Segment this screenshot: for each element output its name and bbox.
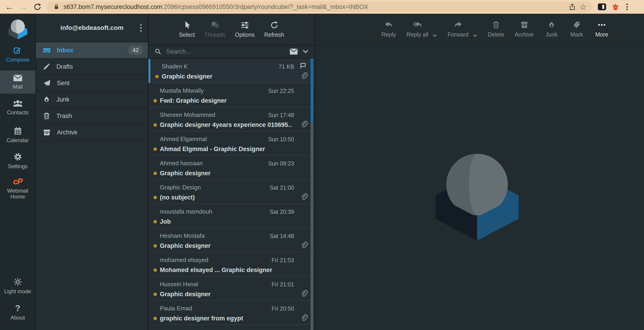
reply-button[interactable]: Reply bbox=[382, 20, 396, 38]
scrollbar-thumb[interactable] bbox=[310, 58, 313, 122]
forward-icon[interactable]: → bbox=[19, 2, 28, 11]
browser-chrome: ← → s637.bom7.mysecurecloudhost.com:2096… bbox=[0, 0, 644, 14]
account-email: info@ebdeasoft.com bbox=[60, 24, 123, 31]
search-scope-mail-icon[interactable] bbox=[290, 48, 298, 55]
folder-junk[interactable]: Junk bbox=[36, 91, 148, 108]
share-icon[interactable] bbox=[569, 3, 576, 10]
folder-trash[interactable]: Trash bbox=[36, 108, 148, 124]
address-bar[interactable]: s637.bom7.mysecurecloudhost.com:2096/cps… bbox=[47, 1, 592, 12]
scrollbar-track bbox=[310, 122, 313, 330]
sidebar-item-contacts[interactable]: Contacts bbox=[0, 99, 36, 115]
message-row[interactable]: Ahmed hassaan Sun 09:23 Graphic designer bbox=[148, 156, 315, 180]
button-label: Delete bbox=[488, 31, 504, 38]
folder-label: Sent bbox=[57, 80, 70, 87]
sidebar-item-label: Light mode bbox=[4, 289, 31, 294]
unread-dot bbox=[154, 317, 157, 320]
sidebar-item-webmail-home[interactable]: cP Webmail Home bbox=[0, 178, 36, 200]
message-subject: Ahmad Elgmmal - Graphic Designer bbox=[160, 146, 265, 153]
more-button[interactable]: More bbox=[594, 20, 609, 38]
message-row[interactable]: Hussein Hsnal Fri 21:01 Graphic designer bbox=[148, 277, 315, 301]
select-button[interactable]: Select bbox=[179, 20, 195, 38]
message-subject: Job bbox=[160, 218, 171, 225]
lock-icon bbox=[53, 3, 60, 10]
archive-button[interactable]: Archive bbox=[515, 20, 534, 38]
button-label: Forward bbox=[448, 31, 468, 38]
message-row[interactable]: Mustafa Mitwally Sun 22:25 Fwd: Graphic … bbox=[148, 83, 315, 107]
attachment-icon bbox=[300, 193, 308, 202]
sidebar-item-label: Calendar bbox=[6, 137, 29, 143]
message-row[interactable]: Shaden K 71 KB Graphic designer bbox=[148, 59, 315, 83]
mark-button[interactable]: Mark bbox=[569, 20, 584, 38]
message-row[interactable]: Paula Emad Fri 20:50 graphic designer fr… bbox=[148, 301, 315, 325]
folder-menu-icon[interactable] bbox=[139, 23, 142, 32]
extension-icon[interactable] bbox=[612, 3, 619, 11]
folder-drafts[interactable]: Drafts bbox=[36, 59, 148, 75]
message-row[interactable]: mohamed elsayed Fri 21:53 Mohamed elsaye… bbox=[148, 252, 315, 277]
bookmark-star-icon[interactable]: ☆ bbox=[580, 3, 586, 11]
message-sender: Hussein Hsnal bbox=[160, 281, 198, 288]
forward-button[interactable]: Forward bbox=[448, 20, 468, 38]
junk-button[interactable]: Junk bbox=[544, 20, 559, 38]
pencil-icon bbox=[43, 63, 50, 70]
threads-button[interactable]: Threads bbox=[204, 20, 226, 38]
message-subject: Graphic designer bbox=[162, 73, 212, 80]
folder-sent[interactable]: Sent bbox=[36, 75, 148, 91]
sidebar-item-label: About bbox=[10, 315, 25, 321]
reload-icon[interactable] bbox=[33, 3, 42, 11]
folder-label: Junk bbox=[56, 96, 70, 103]
message-row[interactable]: Ahmed Elgammal Sun 10:50 Ahmad Elgmmal -… bbox=[148, 131, 315, 156]
archive-box-icon bbox=[520, 20, 528, 29]
unread-dot bbox=[154, 99, 157, 102]
button-label: More bbox=[595, 31, 608, 38]
message-sender: mohamed elsayed bbox=[160, 257, 208, 264]
mail-icon bbox=[13, 74, 22, 82]
unread-dot bbox=[154, 123, 157, 127]
sidebar-item-calendar[interactable]: Calendar bbox=[0, 127, 36, 143]
flag-icon[interactable] bbox=[299, 62, 308, 70]
list-toolbar: Select Threads Options Refresh bbox=[148, 14, 315, 45]
button-label: Options bbox=[235, 31, 255, 38]
search-options-chevron-icon[interactable] bbox=[302, 49, 309, 54]
refresh-button[interactable]: Refresh bbox=[264, 20, 284, 38]
forward-dropdown-icon[interactable] bbox=[473, 35, 477, 37]
tag-icon bbox=[572, 20, 581, 29]
folder-archive[interactable]: Archive bbox=[36, 124, 148, 141]
back-icon[interactable]: ← bbox=[5, 2, 14, 11]
browser-menu-icon[interactable] bbox=[625, 3, 630, 11]
sidebar-item-settings[interactable]: Settings bbox=[0, 152, 36, 169]
sidebar-item-light-mode[interactable]: Light mode bbox=[0, 277, 36, 294]
sun-icon bbox=[13, 277, 22, 287]
calendar-icon bbox=[13, 127, 22, 135]
message-date: Sat 14:48 bbox=[270, 233, 294, 239]
delete-button[interactable]: Delete bbox=[488, 20, 504, 38]
sidebar-item-about[interactable]: ? About bbox=[0, 304, 36, 321]
attachment-icon bbox=[300, 242, 308, 250]
folder-label: Drafts bbox=[56, 63, 73, 70]
account-header: info@ebdeasoft.com bbox=[36, 14, 148, 42]
list-scrollbar[interactable] bbox=[310, 58, 313, 330]
reply-all-dropdown-icon[interactable] bbox=[432, 35, 437, 37]
contacts-icon bbox=[13, 99, 23, 107]
message-row[interactable]: moustafa mamdouh Sat 20:39 Job bbox=[148, 204, 315, 228]
sliders-icon bbox=[240, 20, 250, 30]
folder-inbox[interactable]: Inbox 42 bbox=[36, 42, 148, 59]
sidebar-item-compose[interactable]: Compose bbox=[0, 46, 36, 63]
folder-label: Inbox bbox=[57, 47, 73, 54]
attachment-icon bbox=[300, 72, 308, 81]
url-path: :2096/cpsess0966910550/3rdparty/roundcub… bbox=[162, 3, 368, 10]
sidebar-item-mail[interactable]: Mail bbox=[0, 70, 36, 94]
message-row[interactable]: Hesham Mostafa Sat 14:48 Graphic designe… bbox=[148, 228, 315, 252]
message-list: Shaden K 71 KB Graphic designer Mustafa … bbox=[148, 59, 315, 330]
side-panel-icon[interactable] bbox=[598, 3, 606, 10]
message-date: Fri 21:53 bbox=[272, 257, 294, 264]
message-date: Sat 20:39 bbox=[270, 209, 294, 215]
button-label: Reply bbox=[382, 31, 396, 38]
reply-all-button[interactable]: Reply all bbox=[406, 20, 428, 38]
options-button[interactable]: Options bbox=[235, 20, 255, 38]
search-bar[interactable]: Search... bbox=[148, 45, 315, 58]
chat-bubbles-icon bbox=[210, 20, 220, 30]
trash-icon bbox=[43, 112, 50, 120]
unread-count-badge: 42 bbox=[128, 46, 142, 55]
message-row[interactable]: Shereen Mohammed Sun 17:48 Graphic desig… bbox=[148, 107, 315, 131]
message-row[interactable]: Graphic Design Sat 21:00 (no subject) bbox=[148, 180, 315, 204]
